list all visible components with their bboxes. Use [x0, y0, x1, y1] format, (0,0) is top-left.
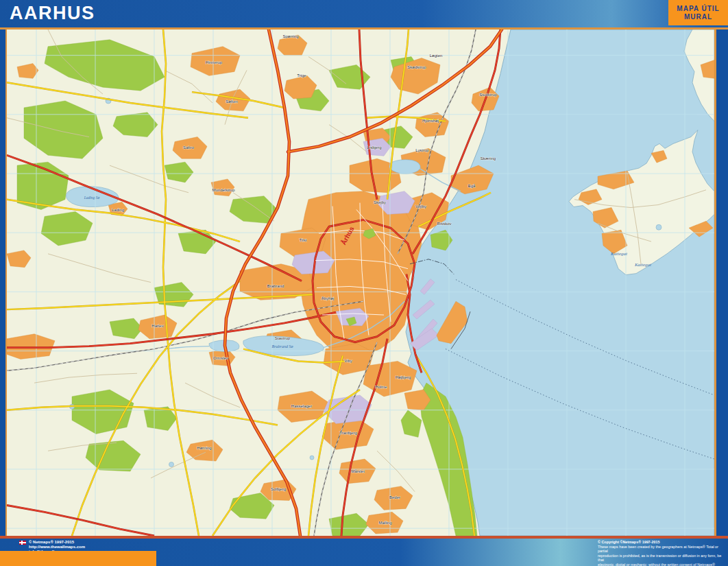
copyright-line: © Copyright ©Netmaps® 1997-2015: [598, 540, 723, 545]
credit-line: © Netmaps® 1997-2015: [29, 540, 85, 545]
town-label: Hørning: [197, 446, 211, 450]
town-label: Malling: [378, 521, 391, 525]
town-label: Mårslet: [351, 469, 365, 473]
town-label: Egå: [468, 184, 476, 188]
footer-orange-block: [0, 551, 156, 566]
town-label: Holme: [375, 385, 387, 389]
sea-label-2: Kattegat: [634, 262, 652, 268]
town-label: Højbjerg: [396, 375, 411, 379]
badge-line2: MURAL: [684, 13, 712, 21]
copyright-line: These maps have been created by the geog…: [598, 545, 723, 554]
lake-label-brabrand: Brabrand Sø: [272, 344, 294, 349]
copyright-line: reproduction is prohibited, as is the tr…: [598, 554, 723, 563]
page-title: AARHUS: [10, 3, 95, 24]
town-label: Trige: [297, 73, 306, 78]
town-label: Mundelstrup: [212, 188, 235, 192]
copyright-line: electronic, digital or mechanic; without…: [598, 563, 723, 566]
town-label: Skejby: [374, 200, 386, 204]
town-label: Ormslev: [213, 356, 228, 360]
town-label: Sabro: [183, 145, 195, 150]
town-label: Hasselager: [291, 404, 312, 408]
town-label: Lystrup: [415, 148, 429, 152]
credit-url: http://www.thewallmaps.com: [29, 545, 85, 550]
town-label: Brabrand: [267, 284, 284, 288]
town-label: Hinnerup: [206, 60, 223, 64]
town-label: Tilst: [300, 238, 307, 242]
town-label: Løgten: [430, 54, 443, 58]
town-label: Lading: [112, 209, 124, 213]
town-label: Harlev: [151, 324, 163, 328]
sea-label-1: Kattegat: [610, 251, 628, 257]
footer-right-copyright: © Copyright ©Netmaps® 1997-2015 These ma…: [598, 540, 723, 566]
denmark-flag-icon: [19, 541, 26, 545]
frame-edge-right: [714, 30, 716, 536]
town-label: Spørring: [283, 34, 299, 38]
town-label: Studstrup: [479, 93, 497, 97]
badge-line1: MAPA ÚTIL: [677, 5, 719, 13]
town-label: Åbyhøj: [321, 296, 335, 300]
header-bar: AARHUS: [0, 0, 728, 27]
map-type-badge: MAPA ÚTIL MURAL: [668, 0, 728, 25]
town-label: Hjortshøj: [422, 119, 439, 123]
town-label: Vejlby: [415, 204, 426, 209]
town-label: Beder: [389, 495, 400, 499]
town-label: Solbjerg: [271, 487, 286, 491]
town-label: Stavtrup: [275, 336, 291, 340]
town-label: Skæring: [481, 156, 496, 161]
map-svg: Kattegat Kattegat Lading Sø Brabrand Sø …: [7, 30, 714, 536]
town-label: Risskov: [437, 222, 451, 226]
town-label: Viby: [344, 359, 352, 363]
town-label: Skødstrup: [407, 65, 426, 69]
town-label: Tranbjerg: [339, 431, 356, 435]
lake-label-lading: Lading Sø: [84, 196, 100, 200]
town-label: Søften: [226, 99, 238, 104]
city-map: Kattegat Kattegat Lading Sø Brabrand Sø …: [7, 30, 714, 536]
town-label: Lisbjerg: [367, 145, 381, 150]
